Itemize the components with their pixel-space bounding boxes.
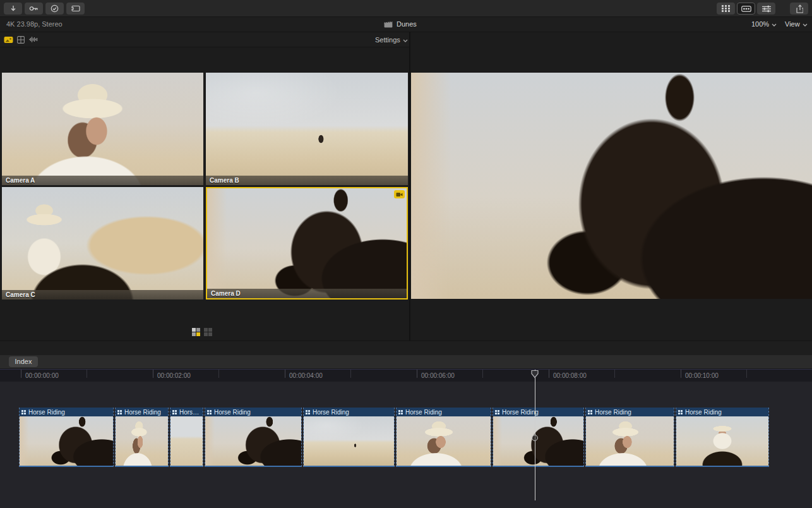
- timeline-clip[interactable]: Horse Riding: [396, 408, 491, 467]
- timeline-toolbar: Index Dunes 11:08: [0, 355, 812, 369]
- filmstrip-view-button[interactable]: [737, 3, 755, 15]
- multicam-clip-icon: [21, 410, 26, 414]
- clip-header: Horse Riding: [304, 408, 394, 416]
- ruler-label: 00:00:00:00: [25, 372, 59, 379]
- timeline-clip[interactable]: Horse Riding: [676, 408, 769, 467]
- clapper-icon: [384, 21, 393, 28]
- bank-quadrant: [192, 328, 196, 332]
- clip-name: Horse Riding: [179, 409, 201, 416]
- clip-thumbnail: [493, 416, 583, 466]
- index-button[interactable]: Index: [9, 356, 38, 367]
- clip-thumbnail: [205, 416, 301, 466]
- bank-quadrant: [204, 328, 208, 332]
- camera-b-label: Camera B: [206, 176, 408, 185]
- clip-thumbnail: [676, 416, 768, 466]
- timeline-clip[interactable]: Horse Riding: [115, 408, 169, 467]
- clip-thumbnail: [304, 416, 394, 466]
- multicam-clip-icon: [207, 410, 212, 414]
- clip-name: Horse Riding: [502, 409, 539, 416]
- adjust-sliders-icon: [762, 5, 771, 13]
- timeline-ruler[interactable]: 00:00:00:00 00:00:02:00 00:00:04:00 00:0…: [0, 369, 812, 382]
- share-icon: [796, 4, 803, 13]
- clip-foot: [20, 466, 113, 467]
- import-icon: [9, 5, 17, 13]
- ruler-label: 00:00:02:00: [157, 372, 191, 379]
- bank-quadrant: [196, 328, 200, 332]
- audio-display-icon[interactable]: [28, 36, 39, 43]
- clip-thumbnail: [116, 416, 168, 466]
- clip-name: Horse Riding: [313, 409, 349, 416]
- clip-thumbnail: [397, 416, 491, 466]
- viewer-zoom-dropdown[interactable]: 100%: [751, 20, 777, 28]
- timeline-clip[interactable]: Horse Riding: [585, 408, 674, 467]
- chevron-down-icon: [772, 23, 777, 27]
- check-circle-icon: [51, 4, 59, 13]
- info-bar: 4K 23.98p, Stereo Dunes 100% View: [0, 17, 812, 32]
- grid-view-button[interactable]: [717, 3, 735, 15]
- timeline-clip[interactable]: Horse Riding: [303, 408, 395, 467]
- angle-settings-dropdown[interactable]: Settings: [375, 36, 408, 44]
- multicam-clip-icon: [495, 410, 499, 414]
- clip-foot: [397, 466, 491, 467]
- viewer-view-dropdown[interactable]: View: [785, 20, 808, 28]
- fcp-window: 4K 23.98p, Stereo Dunes 100% View Settin…: [0, 0, 812, 508]
- key-icon: [29, 5, 39, 12]
- clip-foot: [170, 466, 203, 467]
- multicam-clip-icon: [678, 410, 683, 414]
- clip-thumbnail: [586, 416, 674, 466]
- camera-a-label: Camera A: [2, 176, 203, 185]
- bank-quadrant: [208, 332, 212, 336]
- angle-camera-d[interactable]: Camera D: [206, 187, 408, 299]
- chevron-down-icon: [403, 39, 408, 42]
- clip-foot: [116, 466, 168, 467]
- import-button[interactable]: [4, 3, 22, 15]
- angle-camera-a[interactable]: Camera A: [2, 73, 203, 185]
- ruler-label: 00:00:10:00: [685, 372, 719, 379]
- film-display-icon[interactable]: [17, 36, 25, 44]
- angle-bank-inactive[interactable]: [204, 328, 213, 337]
- bank-quadrant: [208, 328, 212, 332]
- clip-header: Horse Riding: [170, 408, 203, 416]
- clip-name: Horse Riding: [124, 409, 161, 416]
- tasks-button[interactable]: [45, 3, 64, 15]
- media-clip-button[interactable]: [66, 3, 85, 15]
- playhead-handle[interactable]: [530, 370, 539, 378]
- clip-name: Horse Riding: [595, 409, 631, 416]
- timeline-clip[interactable]: Horse Riding: [205, 408, 302, 467]
- clip-header: Horse Riding: [493, 408, 583, 416]
- share-button[interactable]: [790, 3, 808, 15]
- clip-foot: [676, 466, 768, 467]
- active-angle-badge: [394, 190, 405, 198]
- ruler-label: 00:00:06:00: [421, 372, 455, 379]
- timeline-clip[interactable]: Horse Riding: [493, 408, 584, 467]
- pane-divider[interactable]: [409, 32, 410, 341]
- ruler-label: 00:00:04:00: [289, 372, 323, 379]
- keyword-button[interactable]: [25, 3, 43, 15]
- angle-bank-active[interactable]: [192, 328, 201, 337]
- main-viewer-image[interactable]: [411, 73, 812, 299]
- filmstrip-view-icon: [741, 6, 751, 12]
- clip-header: Horse Riding: [397, 408, 491, 416]
- clip-name: Horse Riding: [28, 409, 65, 416]
- project-format-label: 4K 23.98p, Stereo: [6, 20, 63, 28]
- bank-quadrant: [204, 332, 208, 336]
- multicam-clip-icon: [172, 410, 177, 414]
- chevron-down-icon: [803, 23, 808, 27]
- inspector-button[interactable]: [757, 3, 775, 15]
- timeline-clip[interactable]: Horse Riding: [19, 408, 114, 467]
- video-display-icon[interactable]: [4, 36, 13, 44]
- clip-header: Horse Riding: [586, 408, 674, 416]
- video-camera-icon: [396, 192, 403, 197]
- multicam-clip-icon: [588, 410, 592, 414]
- angle-camera-c[interactable]: Camera C: [2, 187, 203, 299]
- clip-thumbnail: [170, 416, 203, 466]
- clip-name: Horse Riding: [405, 409, 442, 416]
- multicam-clip-icon: [398, 410, 403, 414]
- clip-header: Horse Riding: [676, 408, 768, 416]
- playhead-dot[interactable]: [532, 435, 538, 441]
- project-title[interactable]: Dunes: [397, 20, 417, 28]
- angle-camera-b[interactable]: Camera B: [206, 73, 408, 185]
- clip-foot: [205, 466, 301, 467]
- view-label: View: [785, 20, 800, 28]
- timeline-clip[interactable]: Horse Riding: [170, 408, 203, 467]
